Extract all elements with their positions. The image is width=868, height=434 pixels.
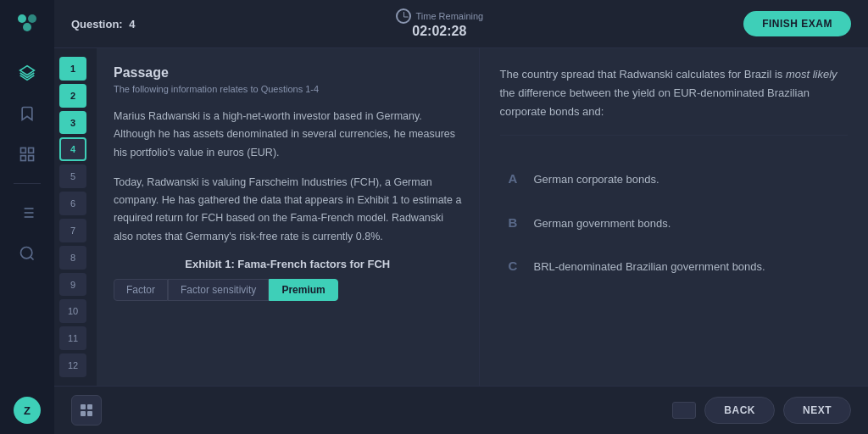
svg-rect-5	[29, 148, 34, 153]
question-num-10[interactable]: 10	[59, 299, 86, 323]
svg-rect-18	[81, 411, 86, 416]
exhibit-tab-premium[interactable]: Premium	[269, 279, 337, 301]
svg-rect-17	[87, 404, 92, 409]
timer-label: Time Remaining	[416, 11, 484, 21]
next-button[interactable]: NEXT	[783, 397, 851, 424]
question-panel: The country spread that Radwanski calcul…	[480, 48, 869, 386]
back-button[interactable]: BACK	[704, 397, 775, 424]
question-num-4[interactable]: 4	[59, 137, 86, 161]
passage-subtitle: The following information relates to Que…	[114, 84, 462, 94]
answer-option-b[interactable]: BGerman government bonds.	[500, 203, 849, 244]
passage-paragraph-2: Today, Radwanski is valuing Farscheim In…	[114, 174, 462, 246]
option-text-b: German government bonds.	[534, 215, 671, 232]
option-text-a: German corporate bonds.	[534, 171, 659, 188]
flag-button[interactable]	[672, 402, 696, 419]
question-num-2[interactable]: 2	[59, 84, 86, 108]
option-text-c: BRL-denominated Brazilian government bon…	[534, 259, 765, 275]
svg-point-1	[28, 14, 36, 23]
footer-left	[71, 395, 102, 426]
svg-rect-6	[21, 156, 26, 161]
sidebar: Z	[0, 0, 54, 434]
question-num-8[interactable]: 8	[59, 246, 86, 270]
question-navigator: 123456789101112	[54, 48, 97, 386]
finish-exam-button[interactable]: FINISH EXAM	[743, 11, 851, 36]
grid-view-button[interactable]	[71, 395, 102, 426]
question-text: The country spread that Radwanski calcul…	[500, 65, 849, 136]
footer-center: BACK NEXT	[672, 397, 851, 424]
question-num-11[interactable]: 11	[59, 326, 86, 350]
question-number: 4	[129, 18, 135, 31]
question-num-9[interactable]: 9	[59, 273, 86, 297]
search-sidebar-icon[interactable]	[15, 242, 39, 265]
footer: BACK NEXT	[54, 386, 868, 434]
question-num-7[interactable]: 7	[59, 219, 86, 242]
timer-icon	[396, 8, 411, 24]
svg-line-15	[31, 257, 34, 260]
sidebar-divider	[14, 183, 41, 184]
answer-options: AGerman corporate bonds.BGerman governme…	[500, 159, 849, 287]
svg-point-0	[18, 14, 26, 23]
question-num-6[interactable]: 6	[59, 192, 86, 215]
stack-icon[interactable]	[15, 142, 39, 166]
svg-rect-7	[29, 156, 34, 161]
exam-header: Question: 4 Time Remaining 02:02:28 FINI…	[54, 0, 868, 48]
question-num-5[interactable]: 5	[59, 164, 86, 188]
exhibit-tab-factor-sensitivity[interactable]: Factor sensitivity	[168, 279, 269, 301]
question-num-1[interactable]: 1	[59, 57, 86, 81]
app-logo	[14, 10, 41, 37]
option-letter-c: C	[509, 259, 522, 273]
passage-paragraph-1: Marius Radwanski is a high-net-worth inv…	[114, 108, 462, 162]
svg-rect-16	[81, 404, 86, 409]
option-letter-b: B	[509, 215, 522, 230]
svg-rect-19	[87, 411, 92, 416]
user-avatar[interactable]: Z	[14, 397, 41, 424]
content-area: 123456789101112 Passage The following in…	[54, 48, 868, 386]
option-letter-a: A	[509, 171, 522, 186]
exhibit-tab-factor[interactable]: Factor	[114, 279, 168, 301]
answer-option-a[interactable]: AGerman corporate bonds.	[500, 159, 849, 200]
answer-option-c[interactable]: CBRL-denominated Brazilian government bo…	[500, 247, 849, 287]
timer-value: 02:02:28	[412, 24, 466, 39]
passage-panel: Passage The following information relate…	[97, 48, 480, 386]
timer-section: Time Remaining 02:02:28	[396, 8, 484, 39]
exhibit-tabs: FactorFactor sensitivityPremium	[114, 279, 462, 301]
layers-icon[interactable]	[15, 61, 39, 85]
question-label: Question: 4	[71, 16, 136, 31]
main-content: Question: 4 Time Remaining 02:02:28 FINI…	[54, 0, 868, 434]
svg-point-2	[23, 23, 31, 31]
passage-title: Passage	[114, 65, 462, 81]
question-num-12[interactable]: 12	[59, 353, 86, 377]
exhibit-title: Exhibit 1: Fama-French factors for FCH	[114, 258, 462, 270]
bookmark-icon[interactable]	[15, 102, 39, 125]
question-num-3[interactable]: 3	[59, 111, 86, 135]
svg-rect-4	[21, 148, 26, 153]
svg-point-14	[21, 248, 32, 259]
list-icon[interactable]	[15, 201, 39, 225]
